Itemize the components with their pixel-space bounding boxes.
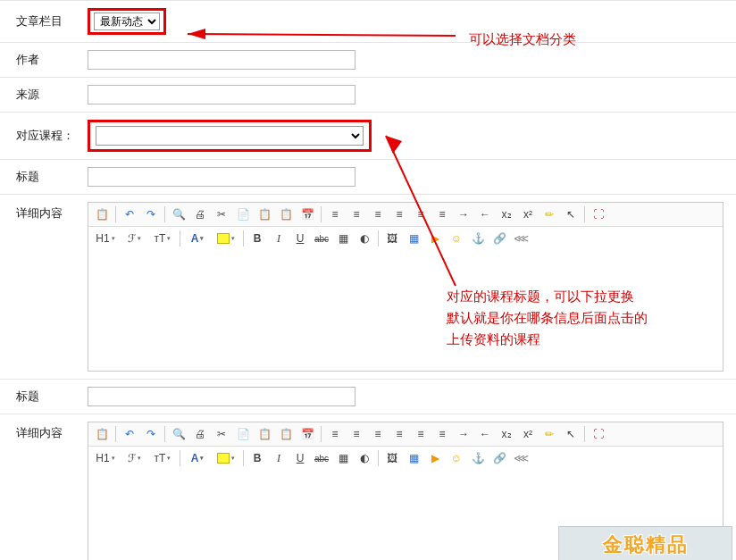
- paste-special-icon[interactable]: 📋: [255, 425, 274, 443]
- search-icon[interactable]: 🔍: [169, 425, 188, 443]
- strikethrough-icon[interactable]: abc: [312, 230, 331, 247]
- align-justify-icon[interactable]: ≡: [389, 425, 409, 443]
- table-icon[interactable]: ▦: [404, 230, 423, 247]
- print-icon[interactable]: 🖨: [190, 425, 210, 443]
- fullscreen-icon[interactable]: ⛶: [589, 425, 608, 443]
- underline-icon[interactable]: U: [290, 449, 310, 467]
- font-family-dropdown[interactable]: ℱ: [121, 230, 147, 247]
- title-input-1[interactable]: [88, 167, 355, 187]
- rich-editor-1: 📋 ↶ ↷ 🔍 🖨 ✂ 📄 📋 📋 📅 ≡ ≡ ≡ ≡ ≡ ≡ →: [88, 202, 723, 372]
- font-family-dropdown[interactable]: ℱ: [121, 449, 147, 467]
- table-grid-icon[interactable]: ▦: [333, 230, 353, 247]
- undo-icon[interactable]: ↶: [120, 205, 139, 223]
- bold-icon[interactable]: B: [247, 449, 267, 467]
- cut-icon[interactable]: ✂: [212, 425, 231, 443]
- heading-dropdown[interactable]: H1: [92, 230, 119, 247]
- editor1-toolbar-row1: 📋 ↶ ↷ 🔍 🖨 ✂ 📄 📋 📋 📅 ≡ ≡ ≡ ≡ ≡ ≡ →: [88, 203, 723, 227]
- ordered-list-icon[interactable]: ≡: [411, 425, 431, 443]
- print-icon[interactable]: 🖨: [190, 205, 210, 223]
- superscript-icon[interactable]: x²: [518, 425, 538, 443]
- label-content-1: 详细内容: [16, 202, 88, 221]
- underline-icon[interactable]: U: [290, 230, 310, 247]
- indent-icon[interactable]: →: [454, 425, 473, 443]
- search-icon[interactable]: 🔍: [169, 205, 188, 223]
- redo-icon[interactable]: ↷: [141, 425, 161, 443]
- author-input[interactable]: [88, 50, 355, 70]
- cut-icon[interactable]: ✂: [212, 205, 231, 223]
- bg-color-dropdown[interactable]: [213, 449, 239, 467]
- superscript-icon[interactable]: x²: [518, 205, 538, 223]
- watermark: 金聪精品 www.jincong.net: [558, 526, 732, 560]
- course-select[interactable]: [96, 126, 364, 146]
- editor2-toolbar-row2: H1 ℱ тT A B I U abc ▦ ◐ 🖼 ▦ ▶ ☺ ⚓ 🔗: [88, 447, 723, 470]
- copy-icon[interactable]: 📄: [233, 205, 253, 223]
- fullscreen-icon[interactable]: ⛶: [589, 205, 608, 223]
- paste-icon[interactable]: 📋: [92, 205, 112, 223]
- ordered-list-icon[interactable]: ≡: [411, 205, 431, 223]
- subscript-icon[interactable]: x₂: [497, 425, 516, 443]
- strikethrough-icon[interactable]: abc: [312, 449, 331, 467]
- date-icon[interactable]: 📅: [297, 425, 317, 443]
- format-brush-icon[interactable]: ✏: [539, 205, 559, 223]
- subscript-icon[interactable]: x₂: [497, 205, 516, 223]
- category-select[interactable]: 最新动态: [94, 13, 160, 30]
- font-size-dropdown[interactable]: тT: [149, 449, 176, 467]
- format-brush-icon[interactable]: ✏: [539, 425, 559, 443]
- align-left-icon[interactable]: ≡: [325, 425, 345, 443]
- image-icon[interactable]: 🖼: [382, 230, 402, 247]
- heading-dropdown[interactable]: H1: [92, 449, 119, 467]
- undo-icon[interactable]: ↶: [120, 425, 139, 443]
- unordered-list-icon[interactable]: ≡: [432, 205, 452, 223]
- source-input[interactable]: [88, 85, 355, 104]
- unlink-icon[interactable]: ⋘: [511, 449, 531, 467]
- bg-color-dropdown[interactable]: [213, 230, 239, 247]
- anchor-icon[interactable]: ⚓: [468, 449, 488, 467]
- date-icon[interactable]: 📅: [297, 205, 317, 223]
- align-justify-icon[interactable]: ≡: [389, 205, 409, 223]
- align-center-icon[interactable]: ≡: [347, 425, 366, 443]
- editor1-toolbar-row2: H1 ℱ тT A B I U abc ▦ ◐ 🖼 ▦ ▶ ☺ ⚓ 🔗: [88, 227, 723, 250]
- outdent-icon[interactable]: ←: [475, 205, 495, 223]
- media-icon[interactable]: ▶: [425, 449, 445, 467]
- font-size-dropdown[interactable]: тT: [149, 230, 176, 247]
- editor1-body[interactable]: [88, 250, 723, 371]
- align-left-icon[interactable]: ≡: [325, 205, 345, 223]
- indent-icon[interactable]: →: [454, 205, 473, 223]
- link-icon[interactable]: 🔗: [489, 230, 509, 247]
- table-grid-icon[interactable]: ▦: [333, 449, 353, 467]
- title-input-2[interactable]: [88, 387, 355, 406]
- watermark-title: 金聪精品: [603, 531, 689, 558]
- eraser-icon[interactable]: ◐: [355, 230, 374, 247]
- emoji-icon[interactable]: ☺: [447, 449, 466, 467]
- align-right-icon[interactable]: ≡: [368, 425, 388, 443]
- paste-special-icon[interactable]: 📋: [255, 205, 274, 223]
- emoji-icon[interactable]: ☺: [447, 230, 466, 247]
- font-color-dropdown[interactable]: A: [184, 230, 211, 247]
- align-center-icon[interactable]: ≡: [347, 205, 366, 223]
- paste-word-icon[interactable]: 📋: [276, 205, 296, 223]
- highlight-category: 最新动态: [88, 8, 166, 35]
- unlink-icon[interactable]: ⋘: [511, 230, 531, 247]
- italic-icon[interactable]: I: [269, 449, 289, 467]
- table-icon[interactable]: ▦: [404, 449, 423, 467]
- font-color-dropdown[interactable]: A: [184, 449, 211, 467]
- bold-icon[interactable]: B: [247, 230, 267, 247]
- anchor-icon[interactable]: ⚓: [468, 230, 488, 247]
- media-icon[interactable]: ▶: [425, 230, 445, 247]
- editor2-toolbar-row1: 📋 ↶ ↷ 🔍 🖨 ✂ 📄 📋 📋 📅 ≡ ≡ ≡ ≡ ≡ ≡ →: [88, 422, 723, 447]
- select-all-icon[interactable]: ↖: [561, 425, 581, 443]
- eraser-icon[interactable]: ◐: [355, 449, 374, 467]
- copy-icon[interactable]: 📄: [233, 425, 253, 443]
- link-icon[interactable]: 🔗: [489, 449, 509, 467]
- paste-icon[interactable]: 📋: [92, 425, 112, 443]
- label-category: 文章栏目: [16, 13, 88, 29]
- redo-icon[interactable]: ↷: [141, 205, 161, 223]
- unordered-list-icon[interactable]: ≡: [432, 425, 452, 443]
- align-right-icon[interactable]: ≡: [368, 205, 388, 223]
- outdent-icon[interactable]: ←: [475, 425, 495, 443]
- paste-word-icon[interactable]: 📋: [276, 425, 296, 443]
- image-icon[interactable]: 🖼: [382, 449, 402, 467]
- select-all-icon[interactable]: ↖: [561, 205, 581, 223]
- label-title-1: 标题: [16, 169, 88, 185]
- italic-icon[interactable]: I: [269, 230, 289, 247]
